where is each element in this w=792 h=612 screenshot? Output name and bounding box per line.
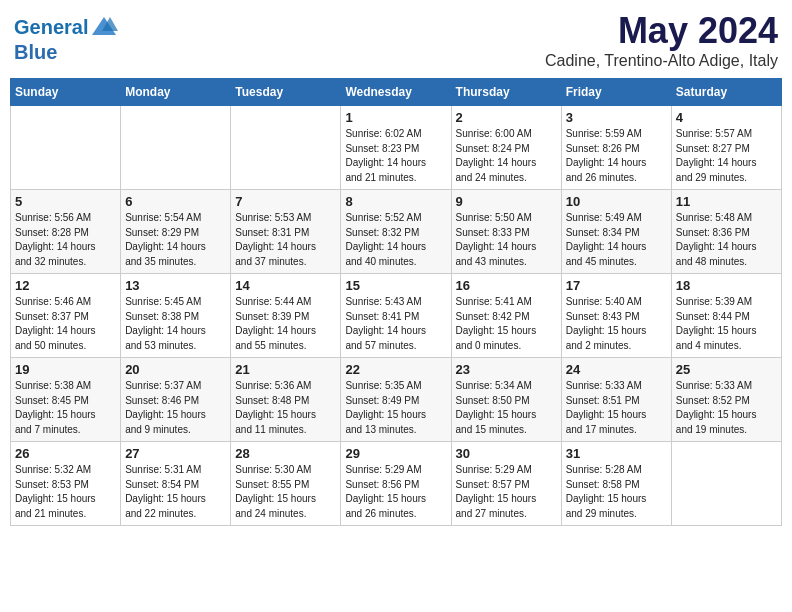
day-info: Sunrise: 5:33 AM Sunset: 8:51 PM Dayligh… [566, 379, 667, 437]
calendar-cell [671, 442, 781, 526]
calendar-cell: 28Sunrise: 5:30 AM Sunset: 8:55 PM Dayli… [231, 442, 341, 526]
day-info: Sunrise: 5:37 AM Sunset: 8:46 PM Dayligh… [125, 379, 226, 437]
day-number: 19 [15, 362, 116, 377]
calendar-cell: 26Sunrise: 5:32 AM Sunset: 8:53 PM Dayli… [11, 442, 121, 526]
col-header-sunday: Sunday [11, 79, 121, 106]
day-number: 3 [566, 110, 667, 125]
calendar-cell: 10Sunrise: 5:49 AM Sunset: 8:34 PM Dayli… [561, 190, 671, 274]
day-info: Sunrise: 5:41 AM Sunset: 8:42 PM Dayligh… [456, 295, 557, 353]
calendar-cell: 7Sunrise: 5:53 AM Sunset: 8:31 PM Daylig… [231, 190, 341, 274]
col-header-wednesday: Wednesday [341, 79, 451, 106]
day-info: Sunrise: 5:28 AM Sunset: 8:58 PM Dayligh… [566, 463, 667, 521]
day-info: Sunrise: 5:46 AM Sunset: 8:37 PM Dayligh… [15, 295, 116, 353]
calendar-cell: 5Sunrise: 5:56 AM Sunset: 8:28 PM Daylig… [11, 190, 121, 274]
calendar-table: SundayMondayTuesdayWednesdayThursdayFrid… [10, 78, 782, 526]
day-number: 4 [676, 110, 777, 125]
calendar-cell: 17Sunrise: 5:40 AM Sunset: 8:43 PM Dayli… [561, 274, 671, 358]
page-header: General Blue May 2024 Cadine, Trentino-A… [10, 10, 782, 70]
day-info: Sunrise: 5:43 AM Sunset: 8:41 PM Dayligh… [345, 295, 446, 353]
calendar-cell: 27Sunrise: 5:31 AM Sunset: 8:54 PM Dayli… [121, 442, 231, 526]
day-number: 6 [125, 194, 226, 209]
calendar-cell: 3Sunrise: 5:59 AM Sunset: 8:26 PM Daylig… [561, 106, 671, 190]
day-number: 9 [456, 194, 557, 209]
day-number: 14 [235, 278, 336, 293]
day-info: Sunrise: 5:39 AM Sunset: 8:44 PM Dayligh… [676, 295, 777, 353]
col-header-monday: Monday [121, 79, 231, 106]
day-number: 22 [345, 362, 446, 377]
col-header-saturday: Saturday [671, 79, 781, 106]
calendar-cell: 9Sunrise: 5:50 AM Sunset: 8:33 PM Daylig… [451, 190, 561, 274]
day-number: 18 [676, 278, 777, 293]
day-info: Sunrise: 5:31 AM Sunset: 8:54 PM Dayligh… [125, 463, 226, 521]
day-info: Sunrise: 5:35 AM Sunset: 8:49 PM Dayligh… [345, 379, 446, 437]
calendar-cell: 25Sunrise: 5:33 AM Sunset: 8:52 PM Dayli… [671, 358, 781, 442]
day-info: Sunrise: 5:59 AM Sunset: 8:26 PM Dayligh… [566, 127, 667, 185]
calendar-cell: 12Sunrise: 5:46 AM Sunset: 8:37 PM Dayli… [11, 274, 121, 358]
day-number: 12 [15, 278, 116, 293]
day-number: 17 [566, 278, 667, 293]
day-number: 15 [345, 278, 446, 293]
day-info: Sunrise: 5:32 AM Sunset: 8:53 PM Dayligh… [15, 463, 116, 521]
calendar-cell: 24Sunrise: 5:33 AM Sunset: 8:51 PM Dayli… [561, 358, 671, 442]
day-info: Sunrise: 5:36 AM Sunset: 8:48 PM Dayligh… [235, 379, 336, 437]
calendar-cell: 13Sunrise: 5:45 AM Sunset: 8:38 PM Dayli… [121, 274, 231, 358]
day-info: Sunrise: 6:00 AM Sunset: 8:24 PM Dayligh… [456, 127, 557, 185]
logo: General Blue [14, 16, 118, 63]
calendar-cell: 18Sunrise: 5:39 AM Sunset: 8:44 PM Dayli… [671, 274, 781, 358]
day-info: Sunrise: 5:33 AM Sunset: 8:52 PM Dayligh… [676, 379, 777, 437]
calendar-cell: 23Sunrise: 5:34 AM Sunset: 8:50 PM Dayli… [451, 358, 561, 442]
calendar-cell: 14Sunrise: 5:44 AM Sunset: 8:39 PM Dayli… [231, 274, 341, 358]
calendar-cell: 11Sunrise: 5:48 AM Sunset: 8:36 PM Dayli… [671, 190, 781, 274]
day-info: Sunrise: 5:52 AM Sunset: 8:32 PM Dayligh… [345, 211, 446, 269]
calendar-cell [121, 106, 231, 190]
day-number: 13 [125, 278, 226, 293]
calendar-cell: 4Sunrise: 5:57 AM Sunset: 8:27 PM Daylig… [671, 106, 781, 190]
title-block: May 2024 Cadine, Trentino-Alto Adige, It… [545, 10, 778, 70]
day-number: 25 [676, 362, 777, 377]
col-header-friday: Friday [561, 79, 671, 106]
day-number: 11 [676, 194, 777, 209]
calendar-cell: 20Sunrise: 5:37 AM Sunset: 8:46 PM Dayli… [121, 358, 231, 442]
calendar-cell [11, 106, 121, 190]
calendar-cell: 31Sunrise: 5:28 AM Sunset: 8:58 PM Dayli… [561, 442, 671, 526]
day-number: 10 [566, 194, 667, 209]
day-info: Sunrise: 5:54 AM Sunset: 8:29 PM Dayligh… [125, 211, 226, 269]
day-info: Sunrise: 5:40 AM Sunset: 8:43 PM Dayligh… [566, 295, 667, 353]
day-info: Sunrise: 5:38 AM Sunset: 8:45 PM Dayligh… [15, 379, 116, 437]
day-number: 31 [566, 446, 667, 461]
day-number: 27 [125, 446, 226, 461]
col-header-tuesday: Tuesday [231, 79, 341, 106]
logo-text: General Blue [14, 16, 118, 63]
day-info: Sunrise: 5:56 AM Sunset: 8:28 PM Dayligh… [15, 211, 116, 269]
day-number: 7 [235, 194, 336, 209]
calendar-cell: 29Sunrise: 5:29 AM Sunset: 8:56 PM Dayli… [341, 442, 451, 526]
day-info: Sunrise: 5:50 AM Sunset: 8:33 PM Dayligh… [456, 211, 557, 269]
calendar-cell: 16Sunrise: 5:41 AM Sunset: 8:42 PM Dayli… [451, 274, 561, 358]
calendar-cell: 22Sunrise: 5:35 AM Sunset: 8:49 PM Dayli… [341, 358, 451, 442]
day-info: Sunrise: 5:29 AM Sunset: 8:56 PM Dayligh… [345, 463, 446, 521]
day-info: Sunrise: 5:44 AM Sunset: 8:39 PM Dayligh… [235, 295, 336, 353]
day-number: 29 [345, 446, 446, 461]
day-number: 26 [15, 446, 116, 461]
calendar-cell [231, 106, 341, 190]
day-info: Sunrise: 5:34 AM Sunset: 8:50 PM Dayligh… [456, 379, 557, 437]
calendar-cell: 6Sunrise: 5:54 AM Sunset: 8:29 PM Daylig… [121, 190, 231, 274]
day-info: Sunrise: 5:48 AM Sunset: 8:36 PM Dayligh… [676, 211, 777, 269]
day-number: 23 [456, 362, 557, 377]
calendar-cell: 21Sunrise: 5:36 AM Sunset: 8:48 PM Dayli… [231, 358, 341, 442]
calendar-cell: 1Sunrise: 6:02 AM Sunset: 8:23 PM Daylig… [341, 106, 451, 190]
calendar-cell: 15Sunrise: 5:43 AM Sunset: 8:41 PM Dayli… [341, 274, 451, 358]
calendar-cell: 2Sunrise: 6:00 AM Sunset: 8:24 PM Daylig… [451, 106, 561, 190]
day-number: 21 [235, 362, 336, 377]
calendar-cell: 30Sunrise: 5:29 AM Sunset: 8:57 PM Dayli… [451, 442, 561, 526]
day-info: Sunrise: 5:30 AM Sunset: 8:55 PM Dayligh… [235, 463, 336, 521]
day-number: 16 [456, 278, 557, 293]
day-number: 5 [15, 194, 116, 209]
col-header-thursday: Thursday [451, 79, 561, 106]
day-number: 20 [125, 362, 226, 377]
day-info: Sunrise: 5:57 AM Sunset: 8:27 PM Dayligh… [676, 127, 777, 185]
day-number: 1 [345, 110, 446, 125]
day-info: Sunrise: 5:53 AM Sunset: 8:31 PM Dayligh… [235, 211, 336, 269]
day-number: 24 [566, 362, 667, 377]
day-info: Sunrise: 5:45 AM Sunset: 8:38 PM Dayligh… [125, 295, 226, 353]
